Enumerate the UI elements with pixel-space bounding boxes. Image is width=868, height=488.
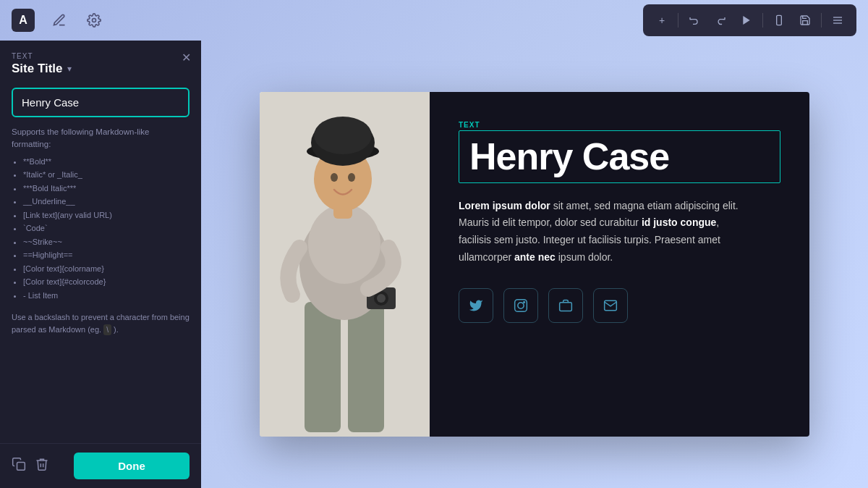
list-item: **Bold** xyxy=(23,156,190,168)
svg-rect-26 xyxy=(560,303,572,311)
backslash-key: \ xyxy=(103,324,111,335)
sidebar: TEXT Site Title ▾ ✕ Supports the followi… xyxy=(0,41,201,488)
canvas-area: TEXT Henry Case Lorem ipsum dolor sit am… xyxy=(201,41,868,488)
sidebar-header: TEXT Site Title ▾ ✕ xyxy=(0,41,201,82)
list-item: __Underline__ xyxy=(23,195,190,208)
svg-marker-1 xyxy=(743,16,749,25)
svg-point-0 xyxy=(93,19,96,22)
briefcase-icon[interactable] xyxy=(548,288,583,323)
pen-icon[interactable] xyxy=(49,10,69,30)
svg-point-22 xyxy=(377,294,386,303)
twitter-icon[interactable] xyxy=(459,288,493,323)
list-item: ***Bold Italic*** xyxy=(23,182,190,195)
play-button[interactable] xyxy=(735,9,758,32)
title-input[interactable] xyxy=(12,88,190,117)
content-title-box[interactable]: Henry Case xyxy=(459,130,780,183)
email-icon[interactable] xyxy=(593,288,628,323)
svg-rect-7 xyxy=(17,463,25,471)
mobile-preview-button[interactable] xyxy=(767,9,791,32)
save-button[interactable] xyxy=(793,9,817,32)
svg-point-25 xyxy=(524,301,525,303)
svg-rect-10 xyxy=(348,302,384,432)
svg-point-24 xyxy=(518,303,524,308)
toolbar-left: A xyxy=(12,9,104,32)
help-intro: Supports the following Markdown-like for… xyxy=(12,127,149,148)
trash-icon[interactable] xyxy=(35,457,49,475)
card-content: TEXT Henry Case Lorem ipsum dolor sit am… xyxy=(430,92,809,437)
sidebar-help: Supports the following Markdown-like for… xyxy=(0,126,201,303)
list-item: *Italic* or _Italic_ xyxy=(23,169,190,181)
content-body: Lorem ipsum dolor sit amet, sed magna et… xyxy=(459,198,748,266)
list-item: - List Item xyxy=(23,290,190,302)
list-item: ==Highlight== xyxy=(23,249,190,261)
list-item: [Color text]{colorname} xyxy=(23,263,190,275)
undo-button[interactable] xyxy=(683,9,706,32)
divider3 xyxy=(821,13,822,28)
help-list: **Bold** *Italic* or _Italic_ ***Bold It… xyxy=(12,156,190,302)
sidebar-footer: Done xyxy=(0,443,201,488)
chevron-down-icon[interactable]: ▾ xyxy=(67,64,72,74)
sidebar-type-label: TEXT xyxy=(12,52,72,60)
svg-point-17 xyxy=(314,117,372,154)
sidebar-title: Site Title xyxy=(12,62,63,76)
list-item: `Code` xyxy=(23,222,190,235)
svg-rect-23 xyxy=(515,299,527,311)
sidebar-title-row: Site Title ▾ xyxy=(12,62,72,76)
list-item: [Link text](any valid URL) xyxy=(23,209,190,222)
footer-icons xyxy=(12,457,49,475)
done-button[interactable]: Done xyxy=(74,453,190,479)
instagram-icon[interactable] xyxy=(503,288,538,323)
card-photo xyxy=(260,92,430,437)
svg-point-19 xyxy=(348,173,355,182)
list-item: [Color text]{#colorcode} xyxy=(23,276,190,288)
person-illustration xyxy=(260,92,430,437)
list-item: ~~Strike~~ xyxy=(23,236,190,248)
content-title: Henry Case xyxy=(469,137,770,177)
svg-point-18 xyxy=(331,173,338,182)
top-toolbar: A + xyxy=(0,0,868,41)
toolbar-right: + xyxy=(643,4,856,36)
close-icon[interactable]: ✕ xyxy=(182,51,191,64)
duplicate-icon[interactable] xyxy=(12,457,26,475)
app-logo[interactable]: A xyxy=(12,9,35,32)
card: TEXT Henry Case Lorem ipsum dolor sit am… xyxy=(260,92,809,437)
gear-icon[interactable] xyxy=(84,10,104,30)
add-button[interactable]: + xyxy=(650,9,673,32)
photo-placeholder xyxy=(260,92,430,437)
redo-button[interactable] xyxy=(709,9,732,32)
menu-button[interactable] xyxy=(826,9,849,32)
social-icons xyxy=(459,288,780,323)
content-text-label: TEXT xyxy=(459,121,780,129)
divider xyxy=(678,13,678,28)
svg-rect-2 xyxy=(777,15,782,25)
divider2 xyxy=(762,13,763,28)
backslash-note: Use a backslash to prevent a character f… xyxy=(0,303,201,335)
svg-rect-9 xyxy=(305,302,341,432)
main-area: TEXT Site Title ▾ ✕ Supports the followi… xyxy=(0,41,868,488)
sidebar-input-area xyxy=(0,82,201,126)
